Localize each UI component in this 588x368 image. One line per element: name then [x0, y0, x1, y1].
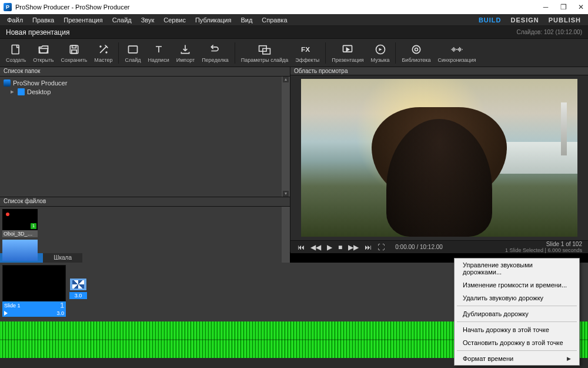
tool-label: Импорт — [176, 57, 195, 63]
menu-file[interactable]: Файл — [2, 15, 28, 25]
mode-publish[interactable]: PUBLISH — [544, 15, 586, 25]
menu-edit[interactable]: Правка — [28, 15, 59, 25]
prev-button[interactable]: ◀◀ — [309, 242, 322, 253]
tool-open[interactable]: Открыть — [29, 40, 57, 66]
import-icon — [179, 43, 192, 56]
context-menu-item[interactable]: Начать дорожку в этой точке — [455, 323, 579, 336]
play-slide-icon[interactable] — [4, 311, 9, 316]
window-maximize-button[interactable]: ❐ — [560, 4, 567, 11]
expand-icon[interactable]: ▸ — [9, 88, 15, 95]
tool-show[interactable]: Презентация — [328, 40, 367, 66]
wizard-icon — [97, 43, 110, 56]
tree-desktop[interactable]: ▸ Desktop — [4, 87, 278, 96]
svg-point-4 — [100, 46, 101, 47]
library-icon — [410, 43, 423, 56]
svg-point-5 — [106, 52, 107, 53]
context-menu-item[interactable]: Формат времени▶ — [455, 352, 579, 365]
tool-label: Надписи — [148, 57, 169, 63]
play-button[interactable]: ▶ — [326, 242, 333, 253]
titles-icon — [152, 43, 165, 56]
transition-block[interactable]: 3.0 — [68, 278, 88, 299]
menu-audio[interactable]: Звук — [136, 15, 159, 25]
context-menu-item[interactable]: Удалить звуковую дорожку — [455, 291, 579, 304]
main-toolbar: СоздатьОткрытьСохранитьМастерСлайдНадпис… — [0, 39, 588, 67]
preview-controls: ⏮ ◀◀ ▶ ■ ▶▶ ⏭ ⛶ 0:00.00 / 10:12.00 Slide… — [290, 240, 588, 253]
context-menu-item[interactable]: Изменение громкости и времени... — [455, 279, 579, 291]
tool-sync[interactable]: Синхронизация — [434, 40, 479, 66]
slide-card[interactable]: Slide 1 1 3.0 — [2, 265, 66, 317]
selection-info-label: 1 Slide Selected | 6.000 seconds — [505, 247, 582, 253]
next-button[interactable]: ▶▶ — [347, 242, 360, 253]
scroll-down-button[interactable]: ▾ — [283, 191, 289, 197]
mode-design[interactable]: DESIGN — [506, 15, 544, 25]
menu-presentation[interactable]: Презентация — [59, 15, 107, 25]
tool-slide-options[interactable]: Параметры слайда — [238, 40, 292, 66]
tool-label: Параметры слайда — [241, 57, 289, 63]
desktop-icon — [18, 88, 25, 95]
tree-root-label: ProShow Producer — [13, 79, 67, 87]
folders-tree[interactable]: ProShow Producer ▸ Desktop ▴ ▾ — [0, 77, 290, 197]
menu-tools[interactable]: Сервис — [159, 15, 191, 25]
slide-duration[interactable]: 3.0 — [56, 310, 64, 316]
fullscreen-button[interactable]: ⛶ — [376, 242, 386, 253]
preview-panel-header: Область просмотра — [290, 67, 588, 75]
svg-rect-2 — [72, 45, 76, 48]
window-close-button[interactable]: ✕ — [577, 4, 584, 11]
go-end-button[interactable]: ⏭ — [363, 242, 373, 253]
file-name-label: Oboi_3D_Grafi... — [2, 230, 38, 237]
tool-label: Слайд — [125, 57, 141, 63]
tool-new[interactable]: Создать — [2, 40, 29, 66]
window-titlebar: P ProShow Producer - ProShow Producer ─ … — [0, 0, 588, 14]
file-thumb[interactable] — [2, 240, 38, 261]
context-menu-item[interactable]: Управление звуковыми дорожками... — [455, 258, 579, 279]
tool-music[interactable]: Музыка — [368, 40, 393, 66]
context-menu-item[interactable]: Остановить дорожку в этой точке — [455, 336, 579, 349]
svg-rect-6 — [128, 46, 137, 53]
transition-icon[interactable] — [69, 278, 87, 291]
tool-fx[interactable]: FXЭффекты — [292, 40, 323, 66]
svg-rect-0 — [12, 45, 19, 54]
go-start-button[interactable]: ⏮ — [296, 242, 306, 253]
fx-icon: FX — [301, 43, 314, 56]
menu-slide[interactable]: Слайд — [108, 15, 136, 25]
tool-label: Создать — [6, 57, 26, 63]
tool-titles[interactable]: Надписи — [144, 40, 172, 66]
tool-label: Синхронизация — [437, 57, 476, 63]
slide-thumbnail[interactable] — [2, 265, 66, 301]
stop-button[interactable]: ■ — [337, 242, 343, 253]
svg-rect-3 — [72, 49, 76, 53]
time-display: 0:00.00 / 10:12.00 — [395, 244, 443, 250]
mode-build[interactable]: BUILD — [474, 15, 506, 25]
tool-label: Сохранить — [61, 57, 88, 63]
context-menu-item[interactable]: Дублировать дорожку — [455, 307, 579, 320]
tool-import[interactable]: Импорт — [173, 40, 198, 66]
menu-bar: Файл Правка Презентация Слайд Звук Серви… — [0, 14, 588, 26]
preview-viewport[interactable] — [290, 75, 588, 240]
tool-remix[interactable]: Переделка — [198, 40, 232, 66]
slide-number: 1 — [60, 301, 64, 310]
show-icon — [341, 43, 354, 56]
transition-duration[interactable]: 3.0 — [69, 292, 87, 299]
tool-label: Эффекты — [295, 57, 319, 63]
tool-label: Открыть — [33, 57, 54, 63]
file-thumb[interactable]: 1 Oboi_3D_Grafi... — [2, 209, 38, 237]
open-icon — [37, 43, 50, 56]
tab-scale[interactable]: Шкала — [43, 253, 82, 263]
tool-library[interactable]: Библиотека — [398, 40, 434, 66]
tool-label: Мастер — [94, 57, 112, 63]
menu-help[interactable]: Справка — [257, 15, 292, 25]
slide-options-icon — [258, 43, 271, 56]
scroll-up-button[interactable]: ▴ — [283, 77, 289, 82]
tree-root[interactable]: ProShow Producer — [4, 79, 278, 87]
files-panel-header: Список файлов — [0, 197, 290, 207]
tool-save[interactable]: Сохранить — [58, 40, 91, 66]
menu-publish[interactable]: Публикация — [191, 15, 236, 25]
window-minimize-button[interactable]: ─ — [542, 4, 549, 11]
tool-label: Переделка — [202, 57, 229, 63]
tool-slide[interactable]: Слайд — [121, 40, 144, 66]
tool-label: Музыка — [371, 57, 390, 63]
home-icon — [4, 79, 11, 87]
menu-view[interactable]: Вид — [236, 15, 257, 25]
sync-icon — [450, 43, 463, 56]
tool-wizard[interactable]: Мастер — [91, 40, 116, 66]
